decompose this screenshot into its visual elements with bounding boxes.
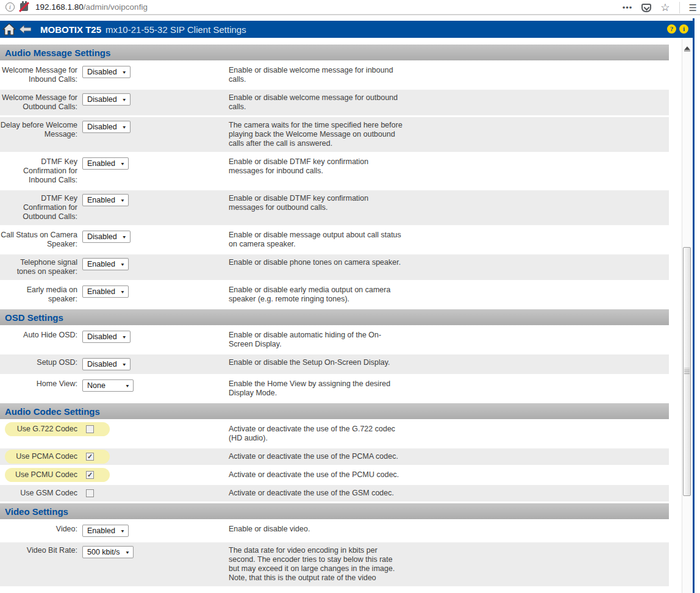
selected-option: Enabled: [87, 159, 115, 168]
selected-option: Enabled: [87, 260, 115, 268]
setting-label: Delay before Welcome Message:: [0, 121, 77, 139]
dtmf-key-confirmation-for-inbound-calls-select[interactable]: Enabled▼: [82, 157, 129, 170]
url-path: /admin/voipconfig: [84, 2, 148, 12]
section-header-osd-settings: OSD Settings: [0, 309, 669, 325]
welcome-message-for-inbound-calls-select[interactable]: Disabled▼: [82, 66, 130, 78]
setting-control-cell: Disabled▼: [82, 66, 229, 78]
setting-control-cell: [82, 489, 229, 497]
home-icon[interactable]: [2, 23, 16, 36]
toolbar-separator: [679, 2, 680, 13]
video-bit-rate-select[interactable]: 500 kbit/s▼: [82, 546, 134, 558]
setting-label: Use PCMA Codec: [0, 452, 77, 461]
early-media-on-speaker-select[interactable]: Enabled▼: [82, 286, 129, 298]
chevron-down-icon: ▼: [122, 97, 127, 102]
section-title: OSD Settings: [0, 312, 63, 323]
selected-option: Enabled: [87, 527, 115, 535]
delay-before-welcome-message-select[interactable]: Disabled▼: [82, 121, 130, 133]
section-header-audio-codec-settings: Audio Codec Settings: [0, 403, 669, 419]
setting-control-cell: Enabled▼: [82, 286, 229, 298]
chevron-down-icon: ▼: [120, 528, 125, 533]
setting-label: DTMF Key Confirmation for Outbound Calls…: [0, 194, 77, 221]
page-actions-icon[interactable]: •••: [623, 3, 633, 12]
setting-row-early-media-on-speaker: Early media on speaker:Enabled▼Enable or…: [0, 282, 669, 307]
setting-control-cell: Enabled▼: [82, 525, 229, 537]
scrollbar-thumb[interactable]: [683, 247, 691, 496]
setting-description: Enable or disable message output about c…: [229, 231, 404, 249]
use-pcmu-codec-checkbox[interactable]: ✓: [86, 471, 94, 479]
setting-description: Enable or disable automatic hiding of th…: [229, 331, 404, 349]
setting-description: Enable or disable DTMF key confirmation …: [229, 157, 404, 176]
call-status-on-camera-speaker-select[interactable]: Disabled▼: [82, 231, 130, 243]
chevron-down-icon: ▼: [122, 362, 127, 367]
setting-row-telephone-signal-tones-on-speaker: Telephone signal tones on speaker:Enable…: [0, 254, 669, 280]
setting-control-cell: [82, 425, 229, 433]
selected-option: Disabled: [87, 332, 117, 341]
section-header-audio-message-settings: Audio Message Settings: [0, 45, 669, 60]
section-title: Video Settings: [0, 506, 68, 517]
home-view-select[interactable]: None▼: [82, 379, 134, 392]
setting-control-cell: None▼: [82, 379, 229, 392]
help-icon[interactable]: ?: [667, 24, 676, 34]
setup-osd-select[interactable]: Disabled▼: [82, 358, 130, 370]
menu-icon[interactable]: ☰: [689, 2, 697, 13]
use-pcma-codec-checkbox[interactable]: ✓: [86, 453, 94, 461]
setting-description: Enable or disable welcome message for ou…: [229, 93, 404, 112]
chevron-down-icon: ▼: [120, 289, 125, 294]
chevron-down-icon: ▼: [122, 124, 127, 129]
scrollbar-grip-icon: [684, 368, 690, 375]
selected-option: Disabled: [87, 123, 117, 131]
setting-row-welcome-message-for-outbound-calls: Welcome Message for Outbound Calls:Disab…: [0, 90, 669, 115]
browser-toolbar: i 192.168.1.80/admin/voipconfig ••• ☆ ☰: [0, 0, 700, 15]
setting-description: Enable or disable phone tones on camera …: [229, 258, 404, 267]
video-select[interactable]: Enabled▼: [82, 525, 129, 537]
setting-description: Enable or disable the Setup On-Screen Di…: [229, 358, 404, 367]
info-icon[interactable]: i: [679, 24, 688, 34]
setting-label: Welcome Message for Outbound Calls:: [0, 93, 77, 112]
vertical-scrollbar[interactable]: [682, 39, 691, 593]
setting-label: DTMF Key Confirmation for Inbound Calls:: [0, 157, 77, 185]
selected-option: Disabled: [87, 360, 117, 368]
setting-label: Call Status on Camera Speaker:: [0, 231, 77, 249]
frame-right-edge: [693, 18, 695, 593]
setting-label: Welcome Message for Inbound Calls:: [0, 66, 77, 84]
bookmark-star-icon[interactable]: ☆: [660, 2, 670, 13]
setting-row-home-view: Home View:None▼Enable the Home View by a…: [0, 376, 669, 401]
dtmf-key-confirmation-for-outbound-calls-select[interactable]: Enabled▼: [82, 194, 129, 206]
setting-control-cell: Disabled▼: [82, 231, 229, 243]
scroll-up-icon[interactable]: [684, 46, 690, 50]
setting-label: Use GSM Codec: [0, 489, 77, 498]
setting-description: Enable or disable early media output on …: [229, 286, 404, 304]
plugin-blocked-icon[interactable]: [20, 3, 28, 11]
setting-row-use-g-722-codec: Use G.722 CodecActivate or deactivate th…: [0, 421, 669, 447]
setting-label: Auto Hide OSD:: [0, 331, 77, 340]
setting-row-video-bit-rate: Video Bit Rate:500 kbit/s▼The data rate …: [0, 542, 669, 586]
setting-description: Activate or deactivate the use of the G.…: [229, 425, 404, 443]
setting-control-cell: Disabled▼: [82, 93, 229, 106]
setting-row-welcome-message-for-inbound-calls: Welcome Message for Inbound Calls:Disabl…: [0, 62, 669, 88]
setting-control-cell: ✓: [82, 452, 229, 461]
site-info-icon[interactable]: i: [5, 2, 15, 12]
auto-hide-osd-select[interactable]: Disabled▼: [82, 331, 130, 343]
setting-control-cell: Disabled▼: [82, 358, 229, 370]
welcome-message-for-outbound-calls-select[interactable]: Disabled▼: [82, 93, 130, 106]
setting-control-cell: 500 kbit/s▼: [82, 546, 229, 558]
chevron-down-icon: ▼: [122, 70, 127, 74]
setting-control-cell: Enabled▼: [82, 194, 229, 206]
setting-control-cell: Disabled▼: [82, 121, 229, 133]
use-g-722-codec-checkbox[interactable]: [86, 425, 94, 433]
chevron-down-icon: ▼: [125, 550, 130, 555]
setting-control-cell: Disabled▼: [82, 331, 229, 343]
chevron-down-icon: ▼: [125, 383, 130, 388]
telephone-signal-tones-on-speaker-select[interactable]: Enabled▼: [82, 258, 129, 270]
back-arrow-icon[interactable]: [20, 25, 31, 34]
setting-row-dtmf-key-confirmation-for-inbound-calls: DTMF Key Confirmation for Inbound Calls:…: [0, 154, 669, 189]
section-title: Audio Message Settings: [0, 48, 110, 58]
use-gsm-codec-checkbox[interactable]: [86, 489, 94, 497]
setting-description: Enable or disable video.: [229, 525, 404, 534]
setting-row-use-pcmu-codec: Use PCMU Codec✓Activate or deactivate th…: [0, 467, 669, 483]
pocket-icon[interactable]: [641, 4, 651, 12]
setting-row-dtmf-key-confirmation-for-outbound-calls: DTMF Key Confirmation for Outbound Calls…: [0, 190, 669, 225]
brand-title: MOBOTIX T25: [40, 24, 101, 35]
setting-label: Early media on speaker:: [0, 286, 77, 304]
url-bar[interactable]: 192.168.1.80/admin/voipconfig: [35, 2, 148, 12]
